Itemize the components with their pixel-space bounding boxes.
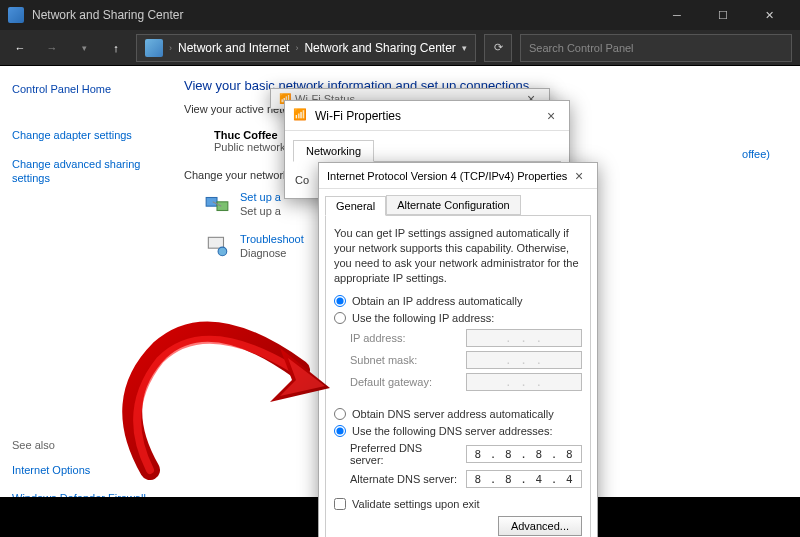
pref-dns-input[interactable]: 8 . 8 . 8 . 8 [466, 445, 582, 463]
search-placeholder: Search Control Panel [529, 42, 634, 54]
network-icon [145, 39, 163, 57]
validate-label: Validate settings upon exit [352, 498, 480, 510]
radio-use-ip-label: Use the following IP address: [352, 312, 494, 324]
sidebar-link-internet-options[interactable]: Internet Options [12, 463, 158, 477]
task-troubleshoot-link[interactable]: Troubleshoot [240, 233, 304, 245]
advanced-button[interactable]: Advanced... [498, 516, 582, 536]
svg-rect-2 [208, 237, 223, 248]
search-input[interactable]: Search Control Panel [520, 34, 792, 62]
sidebar-link-adapter[interactable]: Change adapter settings [12, 128, 158, 142]
svg-rect-0 [206, 198, 217, 207]
sidebar: Control Panel Home Change adapter settin… [0, 66, 170, 497]
radio-obtain-dns-auto-label: Obtain DNS server address automatically [352, 408, 554, 420]
tab-general[interactable]: General [325, 196, 386, 216]
maximize-button[interactable]: ☐ [700, 0, 746, 30]
ipv4-helptext: You can get IP settings assigned automat… [334, 226, 582, 285]
refresh-button[interactable]: ⟳ [484, 34, 512, 62]
gateway-label: Default gateway: [350, 376, 458, 388]
radio-use-dns[interactable] [334, 425, 346, 437]
breadcrumb-level1[interactable]: Network and Internet [178, 41, 289, 55]
breadcrumb-level2[interactable]: Network and Sharing Center [304, 41, 455, 55]
gateway-input: . . . [466, 373, 582, 391]
radio-obtain-ip-auto-label: Obtain an IP address automatically [352, 295, 522, 307]
signal-icon: 📶 [293, 108, 309, 124]
chevron-right-icon: › [169, 43, 172, 53]
ipv4-dialog-title: Internet Protocol Version 4 (TCP/IPv4) P… [327, 170, 567, 182]
radio-obtain-ip-auto[interactable] [334, 295, 346, 307]
window-title: Network and Sharing Center [32, 8, 654, 22]
ip-address-label: IP address: [350, 332, 458, 344]
subnet-input: . . . [466, 351, 582, 369]
see-also-label: See also [12, 439, 158, 451]
close-icon[interactable]: × [569, 168, 589, 184]
pref-dns-label: Preferred DNS server: [350, 442, 458, 466]
control-panel-home-link[interactable]: Control Panel Home [12, 82, 158, 96]
tab-networking[interactable]: Networking [293, 140, 374, 162]
back-button[interactable]: ← [8, 36, 32, 60]
ip-address-input: . . . [466, 329, 582, 347]
ipv4-properties-dialog: Internet Protocol Version 4 (TCP/IPv4) P… [318, 162, 598, 537]
task-setup-desc: Set up a [240, 205, 281, 217]
recent-dropdown-icon[interactable]: ▾ [72, 36, 96, 60]
radio-use-ip[interactable] [334, 312, 346, 324]
radio-obtain-dns-auto[interactable] [334, 408, 346, 420]
app-icon [8, 7, 24, 23]
svg-rect-1 [217, 202, 228, 211]
close-button[interactable]: ✕ [746, 0, 792, 30]
radio-use-dns-label: Use the following DNS server addresses: [352, 425, 553, 437]
sidebar-link-sharing[interactable]: Change advanced sharing settings [12, 157, 158, 186]
breadcrumb[interactable]: › Network and Internet › Network and Sha… [136, 34, 476, 62]
setup-connection-icon [204, 191, 230, 217]
chevron-right-icon: › [295, 43, 298, 53]
troubleshoot-icon [204, 233, 230, 259]
alt-dns-label: Alternate DNS server: [350, 473, 458, 485]
connections-link[interactable]: offee) [742, 148, 770, 160]
minimize-button[interactable]: ─ [654, 0, 700, 30]
up-button[interactable]: ↑ [104, 36, 128, 60]
tab-alternate[interactable]: Alternate Configuration [386, 195, 521, 215]
validate-checkbox[interactable] [334, 498, 346, 510]
svg-point-3 [218, 247, 227, 256]
task-troubleshoot-desc: Diagnose [240, 247, 304, 259]
alt-dns-input[interactable]: 8 . 8 . 4 . 4 [466, 470, 582, 488]
wifi-props-title: Wi-Fi Properties [315, 109, 401, 123]
task-setup-link[interactable]: Set up a [240, 191, 281, 203]
subnet-label: Subnet mask: [350, 354, 458, 366]
chevron-down-icon[interactable]: ▾ [462, 43, 467, 53]
navigation-bar: ← → ▾ ↑ › Network and Internet › Network… [0, 30, 800, 66]
forward-button[interactable]: → [40, 36, 64, 60]
close-icon[interactable]: × [541, 108, 561, 124]
window-titlebar: Network and Sharing Center ─ ☐ ✕ [0, 0, 800, 30]
